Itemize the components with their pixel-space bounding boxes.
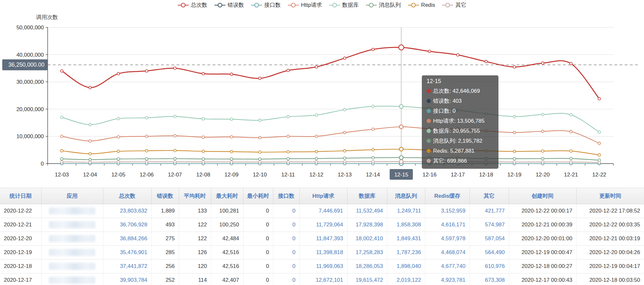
table-cell: 2020-12-19 [0, 245, 41, 259]
col-header-7[interactable]: 最小耗时 [243, 188, 273, 204]
table-cell[interactable]: 7,446,691 [299, 204, 347, 218]
table-cell[interactable]: 421,777 [469, 204, 509, 218]
data-point [570, 157, 572, 160]
app-name-blur [49, 249, 95, 256]
col-header-4[interactable]: 错误数 [151, 188, 179, 204]
table-cell[interactable]: 18,002,410 [347, 232, 387, 245]
x-tick-label: 12-16 [422, 172, 436, 178]
table-cell[interactable]: 3,152,959 [425, 204, 469, 218]
data-point [428, 160, 431, 163]
x-tick-label: 12-04 [83, 172, 97, 178]
x-tick-label: 12-10 [253, 172, 267, 178]
table-cell[interactable]: 0 [273, 245, 299, 259]
table-cell[interactable]: 0 [273, 204, 299, 218]
table-cell[interactable]: 0 [273, 218, 299, 232]
data-point [89, 123, 91, 126]
table-cell[interactable]: 23,803,632 [103, 204, 151, 218]
col-header-5[interactable]: 平均耗时 [179, 188, 211, 204]
col-header-14[interactable]: 创建时间 [509, 188, 576, 204]
data-point [485, 130, 488, 132]
table-cell[interactable]: 17,928,398 [347, 218, 387, 232]
table-cell[interactable]: 4,923,781 [425, 273, 469, 285]
table-cell: 2020-12-19 00:00:47 [509, 245, 576, 259]
table-cell[interactable]: 610,976 [469, 259, 509, 273]
data-point [259, 158, 261, 160]
x-tick-label: 12-14 [366, 172, 380, 178]
table-cell[interactable]: 564,490 [469, 245, 509, 259]
table-cell[interactable]: 1,787,236 [387, 245, 425, 259]
data-point [372, 148, 374, 151]
data-point [598, 98, 601, 100]
col-header-11[interactable]: 消息队列 [387, 188, 425, 204]
x-tick-label: 12-11 [281, 172, 295, 178]
data-point [89, 161, 91, 164]
table-cell: 0 [243, 204, 273, 218]
table-cell[interactable]: 17,258,283 [347, 245, 387, 259]
col-header-12[interactable]: Redis缓存 [425, 188, 469, 204]
table-cell[interactable]: 0 [273, 232, 299, 245]
table-cell[interactable]: 4,468,074 [425, 245, 469, 259]
table-cell[interactable]: 12,672,101 [299, 273, 347, 285]
col-header-9[interactable]: Http请求 [299, 188, 347, 204]
data-point [372, 48, 374, 51]
x-tick-label: 12-18 [479, 172, 493, 178]
table-cell[interactable]: 0 [273, 259, 299, 273]
data-point [343, 108, 346, 111]
table-cell[interactable]: 36,884,266 [103, 232, 151, 245]
x-tick-label: 12-03 [55, 172, 69, 178]
data-point [145, 149, 148, 152]
data-point [287, 157, 289, 160]
table-cell: 42,516 [211, 259, 243, 273]
table-cell[interactable]: 2,019,122 [387, 273, 425, 285]
table-cell[interactable]: 18,286,053 [347, 259, 387, 273]
table-cell[interactable]: 11,398,818 [299, 245, 347, 259]
col-header-1[interactable]: 统计日期 [0, 188, 41, 204]
table-cell[interactable]: 4,597,978 [425, 232, 469, 245]
data-point [343, 157, 346, 159]
table-cell[interactable]: 0 [273, 273, 299, 285]
y-tick-label: 10,000,000 [16, 133, 44, 139]
metrics-line-chart[interactable]: 总次数 错误数 接口数 Http请求 数据库 消息队列 Redis [0, 0, 644, 186]
table-cell: 122 [179, 232, 211, 245]
col-header-6[interactable]: 最大耗时 [211, 188, 243, 204]
col-header-13[interactable]: 其它 [469, 188, 509, 204]
col-header-15[interactable]: 更新时间 [576, 188, 644, 204]
table-cell[interactable]: 11,969,063 [299, 259, 347, 273]
table-cell[interactable]: 11,847,393 [299, 232, 347, 245]
col-header-8[interactable]: 接口数 [273, 188, 299, 204]
table-cell[interactable]: 19,615,472 [347, 273, 387, 285]
table-cell[interactable]: 1,849,431 [387, 232, 425, 245]
data-point [230, 136, 233, 138]
y-tick-label: 30,000,000 [16, 79, 44, 85]
data-point [570, 130, 572, 133]
table-cell[interactable]: 35,476,901 [103, 245, 151, 259]
table-cell[interactable]: 4,616,171 [425, 218, 469, 232]
table-cell: 2020-12-20 00:01:00 [509, 232, 576, 245]
table-cell[interactable]: 36,706,928 [103, 218, 151, 232]
data-point [598, 161, 601, 164]
table-cell[interactable]: 1,249,711 [387, 204, 425, 218]
data-point [287, 135, 289, 138]
table-cell[interactable]: 1,898,040 [387, 259, 425, 273]
chart-canvas[interactable]: 010,000,00020,000,00030,000,00040,000,00… [0, 0, 644, 186]
data-point [117, 150, 120, 153]
table-cell[interactable]: 11,532,494 [347, 204, 387, 218]
table-cell[interactable]: 11,729,064 [299, 218, 347, 232]
table-cell[interactable]: 1,858,308 [387, 218, 425, 232]
y-tick-label: 40,000,000 [16, 52, 44, 58]
col-header-3[interactable]: 总次数 [103, 188, 151, 204]
data-point [117, 158, 120, 160]
data-point [145, 157, 148, 160]
col-header-10[interactable]: 数据库 [347, 188, 387, 204]
table-cell[interactable]: 39,903,784 [103, 273, 151, 285]
table-cell[interactable]: 587,054 [469, 232, 509, 245]
col-header-2[interactable]: 应用 [41, 188, 103, 204]
table-cell[interactable]: 673,308 [469, 273, 509, 285]
data-point [117, 117, 120, 120]
data-point [89, 86, 91, 89]
data-point [61, 157, 63, 160]
data-point [145, 135, 148, 138]
table-cell[interactable]: 574,987 [469, 218, 509, 232]
table-cell[interactable]: 37,441,872 [103, 259, 151, 273]
table-cell[interactable]: 4,677,740 [425, 259, 469, 273]
